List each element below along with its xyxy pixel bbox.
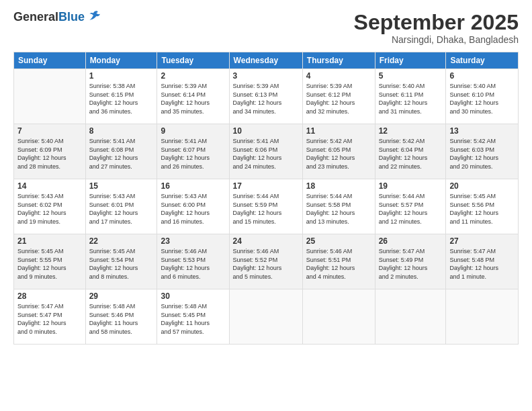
logo-text: GeneralBlue [13, 11, 85, 24]
day-number: 29 [89, 291, 154, 301]
day-number: 1 [89, 71, 154, 81]
day-info: Sunrise: 5:48 AM Sunset: 5:45 PM Dayligh… [161, 302, 225, 336]
day-number: 26 [379, 236, 443, 246]
day-number: 11 [306, 126, 371, 136]
day-info: Sunrise: 5:41 AM Sunset: 6:06 PM Dayligh… [233, 137, 299, 171]
day-info: Sunrise: 5:45 AM Sunset: 5:55 PM Dayligh… [17, 247, 82, 281]
day-info: Sunrise: 5:47 AM Sunset: 5:47 PM Dayligh… [17, 302, 82, 336]
day-number: 10 [233, 126, 299, 136]
day-info: Sunrise: 5:48 AM Sunset: 5:46 PM Dayligh… [89, 302, 154, 336]
calendar-week-3: 21Sunrise: 5:45 AM Sunset: 5:55 PM Dayli… [14, 234, 519, 289]
header-sunday: Sunday [14, 52, 86, 69]
table-row: 30Sunrise: 5:48 AM Sunset: 5:45 PM Dayli… [157, 289, 229, 345]
table-row: 29Sunrise: 5:48 AM Sunset: 5:46 PM Dayli… [85, 289, 157, 345]
day-info: Sunrise: 5:46 AM Sunset: 5:52 PM Dayligh… [233, 247, 299, 281]
day-number: 24 [233, 236, 299, 246]
day-number: 20 [449, 181, 515, 191]
day-info: Sunrise: 5:42 AM Sunset: 6:03 PM Dayligh… [449, 137, 515, 171]
day-number: 19 [379, 181, 443, 191]
logo-general: General [13, 10, 58, 24]
month-title: September 2025 [354, 11, 519, 34]
table-row [229, 289, 302, 345]
day-number: 27 [449, 236, 515, 246]
day-info: Sunrise: 5:41 AM Sunset: 6:07 PM Dayligh… [161, 137, 225, 171]
day-info: Sunrise: 5:46 AM Sunset: 5:53 PM Dayligh… [161, 247, 225, 281]
table-row: 10Sunrise: 5:41 AM Sunset: 6:06 PM Dayli… [229, 124, 302, 179]
day-info: Sunrise: 5:39 AM Sunset: 6:12 PM Dayligh… [306, 82, 371, 116]
table-row: 2Sunrise: 5:39 AM Sunset: 6:14 PM Daylig… [157, 69, 229, 124]
day-number: 21 [17, 236, 82, 246]
day-number: 5 [379, 71, 443, 81]
table-row: 18Sunrise: 5:44 AM Sunset: 5:58 PM Dayli… [302, 179, 375, 234]
calendar: Sunday Monday Tuesday Wednesday Thursday… [13, 52, 519, 345]
day-number: 4 [306, 71, 371, 81]
day-info: Sunrise: 5:43 AM Sunset: 6:01 PM Dayligh… [89, 192, 154, 226]
day-number: 6 [449, 71, 515, 81]
table-row: 17Sunrise: 5:44 AM Sunset: 5:59 PM Dayli… [229, 179, 302, 234]
day-number: 7 [17, 126, 82, 136]
table-row: 8Sunrise: 5:41 AM Sunset: 6:08 PM Daylig… [85, 124, 157, 179]
table-row: 13Sunrise: 5:42 AM Sunset: 6:03 PM Dayli… [446, 124, 519, 179]
header-monday: Monday [85, 52, 157, 69]
table-row: 11Sunrise: 5:42 AM Sunset: 6:05 PM Dayli… [302, 124, 375, 179]
day-info: Sunrise: 5:40 AM Sunset: 6:11 PM Dayligh… [379, 82, 443, 116]
day-info: Sunrise: 5:46 AM Sunset: 5:51 PM Dayligh… [306, 247, 371, 281]
day-number: 14 [17, 181, 82, 191]
header-wednesday: Wednesday [229, 52, 302, 69]
day-info: Sunrise: 5:42 AM Sunset: 6:04 PM Dayligh… [379, 137, 443, 171]
day-info: Sunrise: 5:39 AM Sunset: 6:13 PM Dayligh… [233, 82, 299, 116]
day-number: 15 [89, 181, 154, 191]
day-number: 28 [17, 291, 82, 301]
table-row: 25Sunrise: 5:46 AM Sunset: 5:51 PM Dayli… [302, 234, 375, 289]
table-row [14, 69, 86, 124]
day-info: Sunrise: 5:43 AM Sunset: 6:02 PM Dayligh… [17, 192, 82, 226]
day-number: 18 [306, 181, 371, 191]
header-row: Sunday Monday Tuesday Wednesday Thursday… [14, 52, 519, 69]
day-number: 12 [379, 126, 443, 136]
table-row: 16Sunrise: 5:43 AM Sunset: 6:00 PM Dayli… [157, 179, 229, 234]
title-section: September 2025 Narsingdi, Dhaka, Banglad… [354, 11, 519, 45]
table-row: 12Sunrise: 5:42 AM Sunset: 6:04 PM Dayli… [375, 124, 446, 179]
table-row: 23Sunrise: 5:46 AM Sunset: 5:53 PM Dayli… [157, 234, 229, 289]
bird-icon [87, 9, 101, 24]
header-friday: Friday [375, 52, 446, 69]
day-info: Sunrise: 5:47 AM Sunset: 5:49 PM Dayligh… [379, 247, 443, 281]
day-info: Sunrise: 5:47 AM Sunset: 5:48 PM Dayligh… [449, 247, 515, 281]
day-number: 2 [161, 71, 225, 81]
day-number: 23 [161, 236, 225, 246]
table-row: 6Sunrise: 5:40 AM Sunset: 6:10 PM Daylig… [446, 69, 519, 124]
header: GeneralBlue September 2025 Narsingdi, Dh… [13, 11, 519, 45]
table-row: 1Sunrise: 5:38 AM Sunset: 6:15 PM Daylig… [85, 69, 157, 124]
day-number: 8 [89, 126, 154, 136]
logo-blue: Blue [58, 10, 85, 24]
logo: GeneralBlue [13, 11, 101, 24]
table-row: 21Sunrise: 5:45 AM Sunset: 5:55 PM Dayli… [14, 234, 86, 289]
day-number: 17 [233, 181, 299, 191]
table-row: 4Sunrise: 5:39 AM Sunset: 6:12 PM Daylig… [302, 69, 375, 124]
day-number: 16 [161, 181, 225, 191]
day-info: Sunrise: 5:42 AM Sunset: 6:05 PM Dayligh… [306, 137, 371, 171]
day-info: Sunrise: 5:40 AM Sunset: 6:10 PM Dayligh… [449, 82, 515, 116]
table-row: 27Sunrise: 5:47 AM Sunset: 5:48 PM Dayli… [446, 234, 519, 289]
table-row [446, 289, 519, 345]
table-row: 15Sunrise: 5:43 AM Sunset: 6:01 PM Dayli… [85, 179, 157, 234]
header-saturday: Saturday [446, 52, 519, 69]
table-row [302, 289, 375, 345]
day-number: 25 [306, 236, 371, 246]
table-row: 5Sunrise: 5:40 AM Sunset: 6:11 PM Daylig… [375, 69, 446, 124]
day-info: Sunrise: 5:44 AM Sunset: 5:57 PM Dayligh… [379, 192, 443, 226]
table-row: 3Sunrise: 5:39 AM Sunset: 6:13 PM Daylig… [229, 69, 302, 124]
table-row: 9Sunrise: 5:41 AM Sunset: 6:07 PM Daylig… [157, 124, 229, 179]
day-info: Sunrise: 5:45 AM Sunset: 5:54 PM Dayligh… [89, 247, 154, 281]
day-number: 9 [161, 126, 225, 136]
day-number: 30 [161, 291, 225, 301]
header-tuesday: Tuesday [157, 52, 229, 69]
table-row: 22Sunrise: 5:45 AM Sunset: 5:54 PM Dayli… [85, 234, 157, 289]
day-info: Sunrise: 5:43 AM Sunset: 6:00 PM Dayligh… [161, 192, 225, 226]
page: GeneralBlue September 2025 Narsingdi, Dh… [0, 0, 532, 411]
day-number: 13 [449, 126, 515, 136]
table-row: 28Sunrise: 5:47 AM Sunset: 5:47 PM Dayli… [14, 289, 86, 345]
day-info: Sunrise: 5:45 AM Sunset: 5:56 PM Dayligh… [449, 192, 515, 226]
table-row: 20Sunrise: 5:45 AM Sunset: 5:56 PM Dayli… [446, 179, 519, 234]
day-info: Sunrise: 5:44 AM Sunset: 5:58 PM Dayligh… [306, 192, 371, 226]
